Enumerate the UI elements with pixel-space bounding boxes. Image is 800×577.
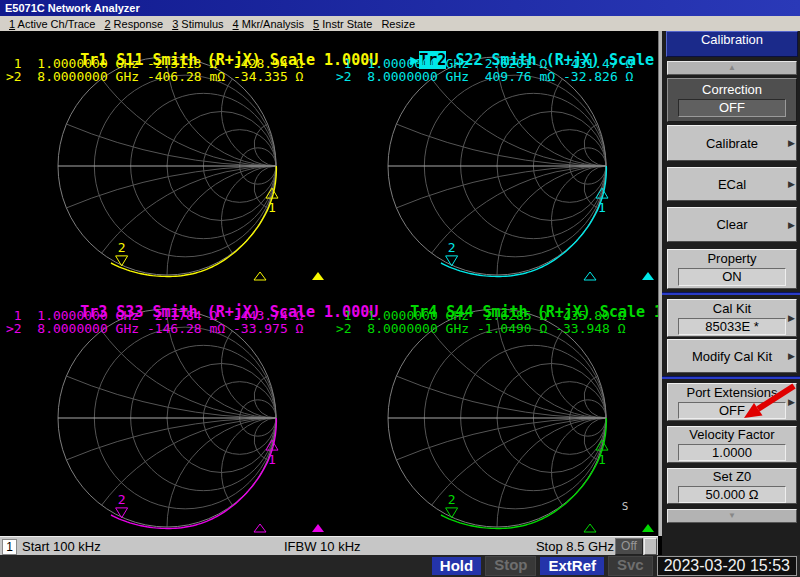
marker-1-number: 1 — [268, 200, 276, 215]
trace2-marker2-readout: >2 8.0000000 GHz 409.76 mΩ -32.826 Ω — [336, 69, 633, 84]
set-z0-value: 50.000 Ω — [678, 486, 786, 503]
velocity-factor-label: Velocity Factor — [668, 426, 796, 443]
channel-off-badge: Off — [615, 538, 643, 555]
measurement-display: 12 ▶Tr1S11 Smith (R+jX) Scale 1.000U 1 1… — [0, 31, 658, 536]
start-frequency-readout: Start 100 kHz — [22, 539, 101, 554]
port-extensions-button[interactable]: Port Extensions OFF ▶ — [667, 383, 797, 421]
port-extensions-label: Port Extensions — [668, 384, 796, 401]
menu-accel: 2 — [104, 18, 110, 30]
menu-stimulus[interactable]: 3 Stimulus — [172, 18, 223, 30]
stop-frequency-readout: Stop 8.5 GHz — [536, 539, 614, 554]
velocity-factor-button[interactable]: Velocity Factor 1.0000 — [667, 426, 797, 463]
menu-bar: 1 Active Ch/Trace 2 Response 3 Stimulus … — [0, 16, 800, 32]
stimulus-marker-hollow-triangle — [254, 272, 266, 280]
marker-2-triangle[interactable] — [116, 508, 128, 518]
trace4-marker2-readout: >2 8.0000000 GHz -1.0490 Ω -33.948 Ω — [336, 321, 626, 336]
ifbw-readout: IFBW 10 kHz — [284, 539, 361, 554]
title-bar: E5071C Network Analyzer — [0, 0, 800, 16]
softkey-scroll-down-button[interactable]: ▼ — [667, 509, 797, 523]
softkey-sidebar: Calibration ▲ Correction OFF Calibrate ▶… — [662, 31, 800, 555]
clear-button[interactable]: Clear ▶ — [667, 207, 797, 242]
channel-number-badge: 1 — [2, 539, 17, 555]
submenu-arrow-icon: ▶ — [788, 313, 795, 323]
marker-2-triangle[interactable] — [446, 256, 458, 266]
softkey-separator — [662, 292, 800, 295]
scroll-down-icon: ▼ — [728, 511, 736, 520]
port-extensions-value: OFF — [678, 402, 786, 419]
correction-label: Correction — [668, 81, 796, 98]
cal-kit-button[interactable]: Cal Kit 85033E * ▶ — [667, 299, 797, 337]
ecal-button[interactable]: ECal ▶ — [667, 167, 797, 201]
marker-1-number: 1 — [598, 452, 606, 467]
softkey-menu-title: Calibration — [666, 31, 798, 57]
marker-1-number: 1 — [268, 452, 276, 467]
stimulus-marker-filled-triangle — [642, 524, 654, 532]
calibrate-button[interactable]: Calibrate ▶ — [667, 125, 797, 161]
stimulus-marker-filled-triangle — [312, 524, 324, 532]
menu-instr-state[interactable]: 5 Instr State — [313, 18, 372, 30]
submenu-arrow-icon: ▶ — [788, 138, 795, 148]
marker-2-number: 2 — [448, 492, 456, 507]
stimulus-marker-hollow-triangle — [254, 524, 266, 532]
cal-kit-value: 85033E * — [678, 318, 786, 335]
menu-accel: 3 — [172, 18, 178, 30]
cal-kit-label: Cal Kit — [668, 300, 796, 317]
property-value: ON — [678, 268, 786, 286]
ecal-label: ECal — [668, 176, 796, 193]
property-button[interactable]: Property ON — [667, 249, 797, 289]
set-z0-button[interactable]: Set Z0 50.000 Ω — [667, 468, 797, 504]
modify-cal-kit-label: Modify Cal Kit — [668, 348, 796, 365]
window-title: E5071C Network Analyzer — [5, 2, 140, 14]
instrument-status-bar: Hold Stop ExtRef Svc 2023-03-20 15:53 — [0, 555, 800, 577]
submenu-arrow-icon: ▶ — [788, 179, 795, 189]
velocity-factor-value: 1.0000 — [678, 444, 786, 461]
set-z0-label: Set Z0 — [668, 468, 796, 485]
softkey-scroll-up-button[interactable]: ▲ — [667, 61, 797, 75]
stimulus-marker-hollow-triangle — [584, 524, 596, 532]
sweep-stop-indicator: Stop — [485, 556, 536, 576]
marker-1-number: 1 — [598, 200, 606, 215]
trace3-marker2-readout: >2 8.0000000 GHz -146.28 mΩ -33.975 Ω — [6, 321, 303, 336]
marker-2-triangle[interactable] — [116, 256, 128, 266]
marker-2-number: 2 — [118, 240, 126, 255]
smith-grid-arc — [221, 331, 276, 418]
modify-cal-kit-button[interactable]: Modify Cal Kit ▶ — [667, 339, 797, 373]
property-label: Property — [668, 250, 796, 267]
menu-accel: 1 — [9, 18, 15, 30]
softkey-separator — [662, 376, 800, 379]
submenu-arrow-icon: ▶ — [788, 397, 795, 407]
smith-grid-arc — [552, 331, 607, 418]
port-matrix-line: S — [602, 501, 642, 513]
smith-grid-arc — [221, 79, 276, 166]
menu-resize[interactable]: Resize — [381, 18, 415, 30]
submenu-arrow-icon: ▶ — [788, 351, 795, 361]
marker-2-number: 2 — [448, 240, 456, 255]
stimulus-marker-hollow-triangle — [584, 272, 596, 280]
smith-grid-arc — [552, 79, 607, 166]
trigger-hold-indicator: Hold — [432, 557, 481, 575]
menu-mkr-analysis[interactable]: 4 Mkr/Analysis — [233, 18, 305, 30]
trace1-panel: 12 ▶Tr1S11 Smith (R+jX) Scale 1.000U 1 1… — [0, 31, 330, 283]
ext-ref-indicator: ExtRef — [540, 557, 604, 575]
trace3-panel: 12 ▶Tr3S33 Smith (R+jX) Scale 1.000U 1 1… — [0, 283, 330, 535]
menu-accel: 4 — [233, 18, 239, 30]
clear-label: Clear — [668, 216, 796, 233]
trace2-panel: 12 ▶Tr2S22 Smith (R+jX) Scale 1.000U 1 1… — [330, 31, 660, 283]
channel-status-bar: 1 Start 100 kHz IFBW 10 kHz Stop 8.5 GHz… — [0, 536, 658, 556]
scroll-up-icon: ▲ — [728, 63, 736, 72]
marker-2-triangle[interactable] — [446, 508, 458, 518]
correction-value: OFF — [678, 99, 786, 117]
stimulus-marker-filled-triangle — [642, 272, 654, 280]
datetime-readout: 2023-03-20 15:53 — [657, 556, 797, 576]
menu-active-ch-trace[interactable]: 1 Active Ch/Trace — [9, 18, 95, 30]
status-bar-grip — [644, 538, 657, 555]
trace1-marker2-readout: >2 8.0000000 GHz -406.28 mΩ -34.335 Ω — [6, 69, 303, 84]
menu-response[interactable]: 2 Response — [104, 18, 163, 30]
service-indicator: Svc — [608, 556, 653, 576]
submenu-arrow-icon: ▶ — [788, 220, 795, 230]
stimulus-marker-filled-triangle — [312, 272, 324, 280]
menu-accel: 5 — [313, 18, 319, 30]
correction-button[interactable]: Correction OFF — [667, 78, 797, 122]
marker-2-number: 2 — [118, 492, 126, 507]
calibrate-label: Calibrate — [668, 135, 796, 152]
